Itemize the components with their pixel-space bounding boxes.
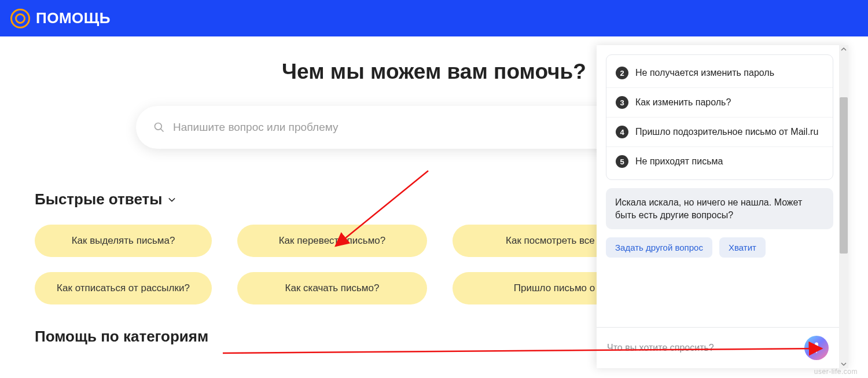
quick-pill[interactable]: Как выделять письма? <box>35 225 212 257</box>
mic-icon <box>811 342 822 354</box>
faq-text: Не получается изменить пароль <box>635 67 774 79</box>
chat-panel: 2 Не получается изменить пароль 3 Как из… <box>597 45 848 368</box>
faq-number-badge: 4 <box>616 126 628 138</box>
scroll-down-icon <box>841 361 847 367</box>
search-icon <box>153 122 165 133</box>
watermark: user-life.com <box>814 368 858 376</box>
svg-point-0 <box>155 123 162 130</box>
faq-text: Как изменить пароль? <box>635 97 731 109</box>
at-logo-icon <box>10 9 30 28</box>
svg-line-1 <box>161 129 164 132</box>
svg-rect-2 <box>815 342 818 348</box>
chat-input-row <box>597 327 839 368</box>
quick-pill[interactable]: Как скачать письмо? <box>237 272 427 304</box>
chat-scrollbar[interactable] <box>839 45 848 368</box>
quick-answers-label: Быстрые ответы <box>35 190 163 208</box>
faq-text: Не приходят письма <box>635 156 723 168</box>
faq-number-badge: 5 <box>616 155 628 168</box>
scroll-up-icon <box>841 46 847 52</box>
faq-number-badge: 3 <box>616 96 628 109</box>
quick-pill[interactable]: Как отписаться от рассылки? <box>35 272 212 304</box>
faq-text: Пришло подозрительное письмо от Mail.ru <box>635 126 818 138</box>
app-header: ПОМОЩЬ <box>0 0 868 36</box>
brand-name: ПОМОЩЬ <box>36 9 111 27</box>
quick-reply-chip[interactable]: Хватит <box>719 237 766 258</box>
quick-reply-row: Задать другой вопрос Хватит <box>606 237 833 258</box>
faq-item[interactable]: 2 Не получается изменить пароль <box>606 58 833 87</box>
bot-message: Искала искала, но ничего не нашла. Может… <box>606 188 833 229</box>
chat-body: 2 Не получается изменить пароль 3 Как из… <box>597 45 848 327</box>
quick-pill[interactable]: Как перевести письмо? <box>237 225 427 257</box>
scroll-thumb[interactable] <box>840 97 848 254</box>
chevron-down-icon <box>167 195 176 204</box>
faq-item[interactable]: 3 Как изменить пароль? <box>606 87 833 117</box>
chat-input[interactable] <box>607 343 799 353</box>
faq-number-badge: 2 <box>616 67 628 79</box>
faq-item[interactable]: 4 Пришло подозрительное письмо от Mail.r… <box>606 117 833 146</box>
faq-list: 2 Не получается изменить пароль 3 Как из… <box>606 54 833 180</box>
mic-button[interactable] <box>804 336 829 360</box>
quick-reply-chip[interactable]: Задать другой вопрос <box>606 237 712 258</box>
faq-item[interactable]: 5 Не приходят письма <box>606 146 833 176</box>
